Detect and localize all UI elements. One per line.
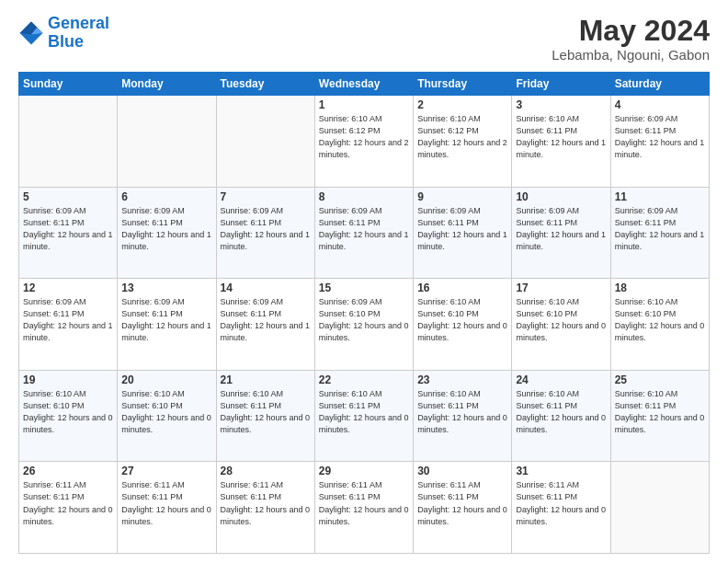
header-cell-monday: Monday bbox=[118, 73, 216, 96]
day-cell bbox=[118, 96, 216, 188]
day-cell bbox=[216, 96, 314, 188]
day-number: 8 bbox=[319, 190, 409, 203]
day-info: Sunrise: 6:09 AM Sunset: 6:11 PM Dayligh… bbox=[615, 205, 705, 253]
day-cell: 19Sunrise: 6:10 AM Sunset: 6:10 PM Dayli… bbox=[19, 370, 118, 462]
day-info: Sunrise: 6:10 AM Sunset: 6:10 PM Dayligh… bbox=[121, 388, 211, 436]
day-info: Sunrise: 6:11 AM Sunset: 6:11 PM Dayligh… bbox=[319, 479, 409, 527]
day-cell: 12Sunrise: 6:09 AM Sunset: 6:11 PM Dayli… bbox=[19, 279, 118, 371]
day-cell: 26Sunrise: 6:11 AM Sunset: 6:11 PM Dayli… bbox=[19, 462, 118, 554]
day-info: Sunrise: 6:10 AM Sunset: 6:12 PM Dayligh… bbox=[417, 113, 507, 161]
header-cell-sunday: Sunday bbox=[19, 73, 118, 96]
day-cell: 18Sunrise: 6:10 AM Sunset: 6:10 PM Dayli… bbox=[610, 279, 709, 371]
header-cell-wednesday: Wednesday bbox=[314, 73, 413, 96]
header-cell-thursday: Thursday bbox=[414, 73, 512, 96]
month-year-title: May 2024 bbox=[552, 15, 710, 47]
day-number: 31 bbox=[516, 465, 606, 477]
logo: General Blue bbox=[18, 15, 109, 52]
day-number: 4 bbox=[615, 98, 705, 111]
day-cell: 31Sunrise: 6:11 AM Sunset: 6:11 PM Dayli… bbox=[512, 462, 610, 554]
day-info: Sunrise: 6:09 AM Sunset: 6:11 PM Dayligh… bbox=[23, 205, 113, 253]
day-cell: 7Sunrise: 6:09 AM Sunset: 6:11 PM Daylig… bbox=[216, 187, 314, 279]
day-cell: 30Sunrise: 6:11 AM Sunset: 6:11 PM Dayli… bbox=[414, 462, 512, 554]
day-cell: 29Sunrise: 6:11 AM Sunset: 6:11 PM Dayli… bbox=[314, 462, 413, 554]
day-info: Sunrise: 6:11 AM Sunset: 6:11 PM Dayligh… bbox=[23, 479, 113, 527]
day-info: Sunrise: 6:10 AM Sunset: 6:10 PM Dayligh… bbox=[615, 296, 705, 344]
day-info: Sunrise: 6:09 AM Sunset: 6:11 PM Dayligh… bbox=[319, 205, 409, 253]
day-cell: 25Sunrise: 6:10 AM Sunset: 6:11 PM Dayli… bbox=[610, 370, 709, 462]
logo-icon bbox=[18, 20, 44, 46]
header-cell-tuesday: Tuesday bbox=[216, 73, 314, 96]
day-cell: 13Sunrise: 6:09 AM Sunset: 6:11 PM Dayli… bbox=[118, 279, 216, 371]
day-info: Sunrise: 6:11 AM Sunset: 6:11 PM Dayligh… bbox=[417, 479, 507, 527]
day-number: 25 bbox=[615, 373, 705, 386]
day-info: Sunrise: 6:09 AM Sunset: 6:11 PM Dayligh… bbox=[516, 205, 606, 253]
day-cell: 9Sunrise: 6:09 AM Sunset: 6:11 PM Daylig… bbox=[414, 187, 512, 279]
day-cell: 15Sunrise: 6:09 AM Sunset: 6:10 PM Dayli… bbox=[314, 279, 413, 371]
day-number: 20 bbox=[121, 373, 211, 386]
day-cell: 11Sunrise: 6:09 AM Sunset: 6:11 PM Dayli… bbox=[610, 187, 709, 279]
day-info: Sunrise: 6:09 AM Sunset: 6:11 PM Dayligh… bbox=[417, 205, 507, 253]
day-number: 13 bbox=[121, 282, 211, 294]
day-number: 3 bbox=[516, 98, 606, 111]
day-info: Sunrise: 6:10 AM Sunset: 6:12 PM Dayligh… bbox=[319, 113, 409, 161]
day-info: Sunrise: 6:10 AM Sunset: 6:10 PM Dayligh… bbox=[417, 296, 507, 344]
week-row-4: 26Sunrise: 6:11 AM Sunset: 6:11 PM Dayli… bbox=[19, 462, 710, 554]
day-cell: 2Sunrise: 6:10 AM Sunset: 6:12 PM Daylig… bbox=[414, 96, 512, 188]
day-number: 10 bbox=[516, 190, 606, 203]
day-cell: 8Sunrise: 6:09 AM Sunset: 6:11 PM Daylig… bbox=[314, 187, 413, 279]
day-info: Sunrise: 6:10 AM Sunset: 6:11 PM Dayligh… bbox=[516, 388, 606, 436]
day-cell: 27Sunrise: 6:11 AM Sunset: 6:11 PM Dayli… bbox=[118, 462, 216, 554]
day-number: 28 bbox=[221, 465, 311, 477]
day-number: 16 bbox=[417, 282, 507, 294]
header-cell-friday: Friday bbox=[512, 73, 610, 96]
day-number: 2 bbox=[417, 98, 507, 111]
day-cell bbox=[610, 462, 709, 554]
calendar-body: 1Sunrise: 6:10 AM Sunset: 6:12 PM Daylig… bbox=[19, 96, 710, 554]
calendar-table: SundayMondayTuesdayWednesdayThursdayFrid… bbox=[18, 72, 710, 554]
logo-line1: General bbox=[48, 14, 109, 32]
day-cell: 22Sunrise: 6:10 AM Sunset: 6:11 PM Dayli… bbox=[314, 370, 413, 462]
logo-line2: Blue bbox=[48, 32, 84, 51]
day-number: 14 bbox=[221, 282, 311, 294]
day-number: 5 bbox=[23, 190, 113, 203]
day-info: Sunrise: 6:09 AM Sunset: 6:11 PM Dayligh… bbox=[121, 205, 211, 253]
day-cell: 3Sunrise: 6:10 AM Sunset: 6:11 PM Daylig… bbox=[512, 96, 610, 188]
day-cell bbox=[19, 96, 118, 188]
day-cell: 10Sunrise: 6:09 AM Sunset: 6:11 PM Dayli… bbox=[512, 187, 610, 279]
page: General Blue May 2024 Lebamba, Ngouni, G… bbox=[0, 0, 728, 563]
day-cell: 20Sunrise: 6:10 AM Sunset: 6:10 PM Dayli… bbox=[118, 370, 216, 462]
day-info: Sunrise: 6:10 AM Sunset: 6:11 PM Dayligh… bbox=[319, 388, 409, 436]
week-row-1: 5Sunrise: 6:09 AM Sunset: 6:11 PM Daylig… bbox=[19, 187, 710, 279]
title-block: May 2024 Lebamba, Ngouni, Gabon bbox=[552, 15, 710, 63]
day-number: 21 bbox=[221, 373, 311, 386]
day-info: Sunrise: 6:09 AM Sunset: 6:10 PM Dayligh… bbox=[319, 296, 409, 344]
location-label: Lebamba, Ngouni, Gabon bbox=[552, 47, 710, 63]
day-info: Sunrise: 6:10 AM Sunset: 6:11 PM Dayligh… bbox=[615, 388, 705, 436]
day-cell: 21Sunrise: 6:10 AM Sunset: 6:11 PM Dayli… bbox=[216, 370, 314, 462]
day-info: Sunrise: 6:09 AM Sunset: 6:11 PM Dayligh… bbox=[221, 205, 311, 253]
day-cell: 16Sunrise: 6:10 AM Sunset: 6:10 PM Dayli… bbox=[414, 279, 512, 371]
day-number: 18 bbox=[615, 282, 705, 294]
day-cell: 14Sunrise: 6:09 AM Sunset: 6:11 PM Dayli… bbox=[216, 279, 314, 371]
day-info: Sunrise: 6:10 AM Sunset: 6:11 PM Dayligh… bbox=[516, 113, 606, 161]
day-number: 23 bbox=[417, 373, 507, 386]
week-row-2: 12Sunrise: 6:09 AM Sunset: 6:11 PM Dayli… bbox=[19, 279, 710, 371]
day-number: 11 bbox=[615, 190, 705, 203]
day-info: Sunrise: 6:09 AM Sunset: 6:11 PM Dayligh… bbox=[615, 113, 705, 161]
day-cell: 4Sunrise: 6:09 AM Sunset: 6:11 PM Daylig… bbox=[610, 96, 709, 188]
day-cell: 24Sunrise: 6:10 AM Sunset: 6:11 PM Dayli… bbox=[512, 370, 610, 462]
day-cell: 6Sunrise: 6:09 AM Sunset: 6:11 PM Daylig… bbox=[118, 187, 216, 279]
day-number: 24 bbox=[516, 373, 606, 386]
day-number: 22 bbox=[319, 373, 409, 386]
day-number: 29 bbox=[319, 465, 409, 477]
day-info: Sunrise: 6:11 AM Sunset: 6:11 PM Dayligh… bbox=[516, 479, 606, 527]
day-cell: 5Sunrise: 6:09 AM Sunset: 6:11 PM Daylig… bbox=[19, 187, 118, 279]
header-cell-saturday: Saturday bbox=[610, 73, 709, 96]
day-number: 26 bbox=[23, 465, 113, 477]
day-info: Sunrise: 6:09 AM Sunset: 6:11 PM Dayligh… bbox=[221, 296, 311, 344]
day-number: 17 bbox=[516, 282, 606, 294]
day-info: Sunrise: 6:09 AM Sunset: 6:11 PM Dayligh… bbox=[23, 296, 113, 344]
day-cell: 1Sunrise: 6:10 AM Sunset: 6:12 PM Daylig… bbox=[314, 96, 413, 188]
day-cell: 17Sunrise: 6:10 AM Sunset: 6:10 PM Dayli… bbox=[512, 279, 610, 371]
day-info: Sunrise: 6:09 AM Sunset: 6:11 PM Dayligh… bbox=[121, 296, 211, 344]
